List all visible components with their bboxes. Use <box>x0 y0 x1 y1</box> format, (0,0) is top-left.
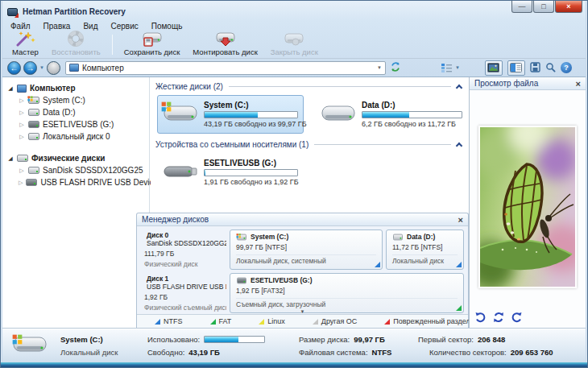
floppy-icon <box>530 62 540 72</box>
history-dropdown-icon[interactable]: ▼ <box>39 65 44 70</box>
drive-tile-system-c[interactable]: System (C:) 43,19 ГБ свободно из 99,97 Г… <box>157 95 304 134</box>
tree-item-sandisk[interactable]: ▷ SanDisk SDSSDX120GG25 <box>2 164 149 176</box>
toolbar-separator <box>112 35 113 55</box>
damaged-legend-icon <box>384 319 390 325</box>
butterfly-photo <box>480 127 575 287</box>
tree-item-usb-flash[interactable]: ▷ USB FLASH DRIVE USB Device <box>2 176 149 188</box>
menu-edit[interactable]: Правка <box>43 22 71 31</box>
app-window: Hetman Partition Recovery — □ × Файл Пра… <box>0 0 588 368</box>
navigation-bar: ← → ▼ Компьютер ▼ <box>2 59 586 77</box>
close-button[interactable]: × <box>555 1 582 13</box>
group-header-removable: Устройства со съемными носителями (1) <box>151 135 468 151</box>
search-button[interactable] <box>545 62 556 74</box>
close-disk-button[interactable]: Закрыть диск <box>264 31 325 58</box>
collapsed-icon[interactable]: ▷ <box>19 167 25 174</box>
folder-tree: ◢ Компьютер ▷ System (C:) ▷ Data (D:) ▷ … <box>2 77 150 328</box>
view-options-icon <box>441 63 453 73</box>
menu-view[interactable]: Вид <box>83 22 97 31</box>
drive-icon <box>393 234 403 240</box>
tree-item-local-disk-0[interactable]: ▷ Локальный диск 0 <box>2 130 149 143</box>
drive-icon <box>28 109 39 116</box>
view-options-button[interactable]: ▼ <box>441 63 460 73</box>
title-bar[interactable]: Hetman Partition Recovery — □ × <box>2 1 586 20</box>
maximize-button[interactable]: □ <box>533 1 554 13</box>
partition-system-c[interactable]: System (C:) 99,97 ГБ [NTFS] Локальный ди… <box>230 229 383 270</box>
tree-item-computer[interactable]: ◢ Компьютер <box>2 82 149 94</box>
partition-esetliveusb[interactable]: ESETLIVEUSB (G:) 1,92 ГБ [FAT32] Съемный… <box>230 273 464 313</box>
rotate-right-button[interactable] <box>511 312 523 323</box>
tree-item-system-c[interactable]: ▷ System (C:) <box>2 94 149 106</box>
thumbnail-view-button[interactable] <box>485 60 503 76</box>
collapse-chevron-icon[interactable] <box>456 85 462 91</box>
mount-disk-icon <box>215 31 236 47</box>
refresh-icon[interactable] <box>390 61 401 74</box>
expanded-icon[interactable]: ◢ <box>7 155 14 162</box>
fat-corner-icon <box>456 305 462 311</box>
content-area: ◢ Компьютер ▷ System (C:) ▷ Data (D:) ▷ … <box>2 77 586 328</box>
collapsed-icon[interactable]: ▷ <box>19 134 25 140</box>
preview-image <box>478 126 577 288</box>
up-button-disabled[interactable] <box>47 61 60 75</box>
drive-icon <box>28 167 39 174</box>
mount-disk-button[interactable]: Монтировать диск <box>186 31 264 58</box>
forward-button[interactable]: → <box>23 61 37 75</box>
rotate-left-button[interactable] <box>474 312 486 323</box>
app-logo-icon <box>7 6 19 18</box>
usb-drive-icon <box>237 277 246 283</box>
linux-legend-icon <box>259 319 264 325</box>
save-disk-button[interactable]: Сохранить диск <box>118 31 187 58</box>
recover-button[interactable]: Восстановить <box>45 31 107 58</box>
usb-drive-icon <box>163 159 198 185</box>
computer-icon <box>17 85 27 93</box>
collapsed-icon[interactable]: ▷ <box>19 180 23 186</box>
help-button[interactable]: ? <box>561 62 572 73</box>
drive-icon <box>28 133 39 140</box>
status-bar: System (C:) Локальный диск Использовано:… <box>2 328 586 362</box>
preview-toolbar <box>474 312 523 323</box>
wizard-button[interactable]: Мастер <box>6 31 45 58</box>
collapsed-icon[interactable]: ▷ <box>19 97 25 104</box>
address-text: Компьютер <box>82 64 124 72</box>
collapsed-icon[interactable]: ▷ <box>19 110 25 116</box>
collapsed-icon[interactable]: ▷ <box>19 122 25 128</box>
minimize-button[interactable]: — <box>511 1 532 13</box>
address-dropdown-icon[interactable]: ▼ <box>377 65 382 70</box>
partition-data-d[interactable]: Data (D:) 11,72 ГБ [NTFS] Локальный диск <box>386 229 464 270</box>
drive-tile-data-d[interactable]: Data (D:) 6,2 ГБ свободно из 11,72 ГБ <box>315 95 468 134</box>
drive-tile-esetliveusb[interactable]: ESETLIVEUSB (G:) 1,91 ГБ свободно из 1,9… <box>157 153 304 192</box>
search-icon <box>545 62 556 72</box>
panel-toggles: ? <box>485 60 572 76</box>
expanded-icon[interactable]: ◢ <box>7 85 14 92</box>
system-drive-icon <box>12 333 49 358</box>
usage-bar <box>204 169 298 176</box>
preview-pane-button[interactable] <box>507 60 525 76</box>
save-view-button[interactable] <box>530 62 540 74</box>
close-panel-icon[interactable]: × <box>576 80 581 88</box>
tree-item-data-d[interactable]: ▷ Data (D:) <box>2 106 149 118</box>
window-bottom-edge <box>1 362 587 367</box>
menu-help[interactable]: Помощь <box>151 22 183 31</box>
save-disk-icon <box>142 31 163 47</box>
collapse-chevron-icon[interactable] <box>456 143 462 149</box>
tree-item-physical-disks[interactable]: ◢ Физические диски <box>2 152 149 164</box>
menu-file[interactable]: Файл <box>10 22 31 31</box>
view-dropdown-icon[interactable]: ▼ <box>455 65 460 70</box>
scroll-hint-icon: ▼ <box>300 309 305 314</box>
computer-icon <box>69 64 79 72</box>
disk1-info[interactable]: Диск 1 USB FLASH DRIVE USB Device 1,92 Г… <box>141 273 226 313</box>
toolbar: Мастер Восстановить <box>2 31 586 59</box>
window-chrome: Hetman Partition Recovery — □ × Файл Пра… <box>2 1 586 77</box>
ntfs-legend-icon <box>155 319 160 325</box>
refresh-image-button[interactable] <box>493 312 504 323</box>
window-title: Hetman Partition Recovery <box>23 7 126 16</box>
magic-wand-icon <box>14 31 35 47</box>
usb-drive-icon <box>26 179 37 186</box>
drive-icon <box>321 101 356 127</box>
image-icon <box>487 63 499 72</box>
address-bar[interactable]: Компьютер ▼ <box>65 61 386 75</box>
menu-service[interactable]: Сервис <box>110 22 138 31</box>
tree-item-esetliveusb[interactable]: ▷ ESETLIVEUSB (G:) <box>2 118 149 130</box>
back-button[interactable]: ← <box>7 61 21 75</box>
disk0-info[interactable]: Диск 0 SanDisk SDSSDX120GG25 111,79 ГБ Ф… <box>141 229 226 270</box>
close-panel-icon[interactable]: × <box>458 216 463 224</box>
